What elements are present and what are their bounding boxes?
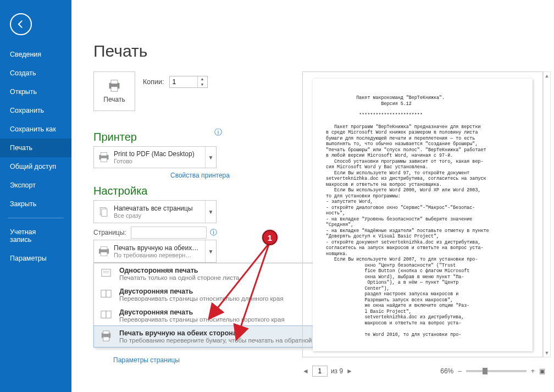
scroll-down-icon[interactable]: ▼	[545, 349, 550, 357]
duplex-option-icon	[99, 310, 113, 321]
print-preview: Пакет макрокоманд "ВерТеКнижка". Версия …	[302, 71, 543, 357]
duplex-option-title: Односторонняя печать	[119, 267, 239, 274]
print-range-dropdown[interactable]: Напечатать все страницы Все сразу ▼	[93, 200, 217, 223]
duplex-sub: По требованию переверн…	[114, 252, 205, 258]
sidebar-item-2[interactable]: Открыть	[0, 82, 71, 101]
copies-row: Копии: ▲▼	[143, 76, 208, 88]
sidebar-item-8[interactable]: Закрыть	[0, 195, 71, 213]
backstage-sidebar: СведенияСоздатьОткрытьСохранитьСохранить…	[0, 0, 71, 392]
zoom-out-button[interactable]: –	[458, 367, 462, 375]
page-setup-link[interactable]: Параметры страницы	[113, 356, 180, 364]
preview-footer: ◄ из 9 ► 66% – + ▣	[302, 363, 545, 379]
svg-rect-19	[106, 311, 111, 318]
svg-rect-22	[103, 337, 109, 341]
svg-rect-16	[101, 290, 106, 297]
printer-section-label: Принтер	[93, 131, 137, 143]
pages-icon	[97, 206, 110, 217]
chevron-down-icon: ▼	[205, 201, 216, 223]
duplex-option-sub: Переворачивать страницы относительно дли…	[119, 295, 284, 302]
svg-rect-5	[101, 152, 107, 156]
printer-name: Print to PDF (Mac Desktop)	[114, 150, 205, 158]
printer-info-icon[interactable]: ⓘ	[214, 128, 222, 137]
zoom-label: 66%	[440, 367, 453, 375]
printer-properties-link[interactable]: Свойства принтера	[170, 172, 230, 179]
sidebar-item-6[interactable]: Общий доступ	[0, 157, 71, 176]
pages-input[interactable]	[131, 227, 207, 239]
svg-rect-6	[101, 158, 107, 162]
svg-rect-12	[101, 252, 107, 256]
back-arrow-icon	[15, 19, 26, 30]
svg-point-7	[107, 156, 108, 157]
settings-section-label: Настройка	[93, 185, 147, 197]
next-page-button[interactable]: ►	[346, 367, 353, 375]
print-range-sub: Все сразу	[114, 212, 205, 219]
fit-page-button[interactable]: ▣	[539, 367, 545, 375]
copies-down[interactable]: ▼	[198, 82, 206, 87]
printer-icon	[97, 246, 110, 257]
copies-up[interactable]: ▲	[198, 76, 206, 82]
zoom-slider[interactable]	[466, 370, 527, 372]
page-of-label: из 9	[331, 367, 343, 375]
print-button[interactable]: Печать	[93, 71, 135, 111]
svg-rect-2	[111, 87, 118, 92]
svg-rect-17	[106, 290, 111, 297]
page-heading: Печать	[93, 42, 147, 60]
printer-dropdown[interactable]: Print to PDF (Mac Desktop) Готово ▼	[93, 146, 217, 168]
chevron-down-icon: ▼	[205, 147, 216, 168]
svg-rect-21	[103, 331, 109, 334]
copies-spinner[interactable]: ▲▼	[169, 76, 208, 88]
sidebar-extra-0[interactable]: Учетная запись	[0, 223, 71, 249]
svg-point-3	[118, 84, 119, 85]
copies-label: Копии:	[143, 78, 164, 86]
print-range-title: Напечатать все страницы	[114, 205, 205, 212]
sidebar-item-5[interactable]: Печать	[0, 139, 71, 157]
duplex-title: Печать вручную на обеих…	[114, 244, 205, 252]
sidebar-item-7[interactable]: Экспорт	[0, 176, 71, 195]
printer-icon	[107, 79, 122, 92]
print-backstage: Печать Печать Копии: ▲▼ Принтер ⓘ Print …	[71, 0, 554, 392]
sidebar-item-1[interactable]: Создать	[0, 64, 71, 82]
duplex-option-icon	[99, 268, 113, 279]
printer-icon	[97, 152, 110, 163]
pages-info-icon[interactable]: ⓘ	[210, 228, 217, 238]
sidebar-extra-1[interactable]: Параметры	[0, 249, 71, 268]
sidebar-item-0[interactable]: Сведения	[0, 45, 71, 64]
sidebar-separator	[8, 218, 64, 218]
printer-status: Готово	[114, 158, 205, 164]
chevron-down-icon: ▼	[205, 240, 216, 262]
sidebar-item-3[interactable]: Сохранить	[0, 101, 71, 120]
duplex-option-sub: Печатать только на одной стороне листа	[119, 274, 239, 281]
annotation-badge-1: 1	[262, 230, 278, 245]
duplex-dropdown[interactable]: Печать вручную на обеих… По требованию п…	[93, 240, 217, 263]
preview-scrollbar[interactable]: ▲ ▼	[543, 71, 551, 357]
svg-rect-18	[101, 311, 106, 318]
zoom-in-button[interactable]: +	[531, 367, 535, 375]
duplex-option-sub: Переворачивать страницы относительно кор…	[119, 316, 285, 323]
page-number-input[interactable]	[312, 366, 328, 377]
duplex-option-title: Двусторонняя печать	[119, 308, 285, 316]
copies-input[interactable]	[170, 76, 197, 87]
svg-rect-9	[102, 209, 107, 216]
prev-page-button[interactable]: ◄	[302, 367, 309, 375]
svg-rect-11	[101, 247, 107, 250]
sidebar-item-4[interactable]: Сохранить как	[0, 120, 71, 139]
svg-rect-1	[111, 80, 118, 84]
duplex-option-icon	[99, 330, 113, 341]
pages-label: Страницы:	[93, 229, 126, 236]
scroll-up-icon[interactable]: ▲	[545, 72, 550, 80]
duplex-option-icon	[99, 289, 113, 300]
preview-sheet: Пакет макрокоманд "ВерТеКнижка". Версия …	[313, 79, 533, 351]
print-button-label: Печать	[103, 96, 125, 103]
duplex-option-title: Двусторонняя печать	[119, 288, 284, 295]
back-button[interactable]	[10, 13, 32, 35]
